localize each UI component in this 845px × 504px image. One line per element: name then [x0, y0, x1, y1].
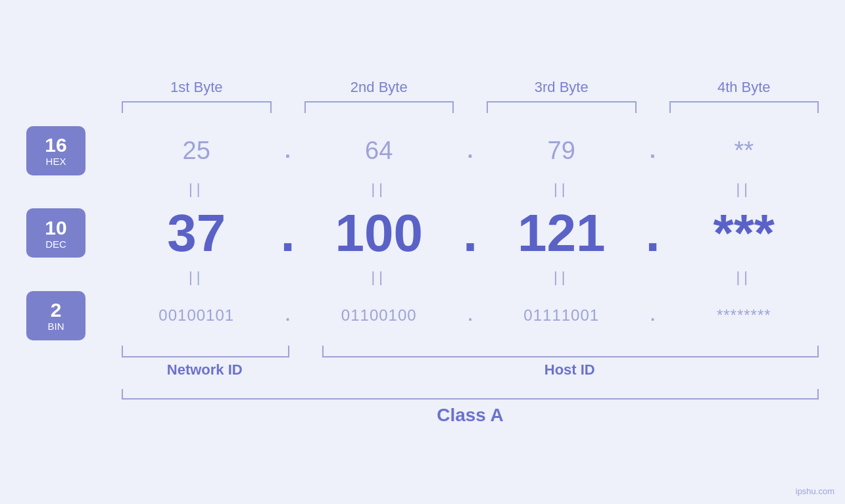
bin-dot1: .	[272, 306, 304, 325]
equals-row-2: || || || ||	[26, 269, 819, 286]
bin-base-label: BIN	[47, 321, 64, 332]
eq1-b2: ||	[304, 181, 454, 198]
hex-b1: 25	[122, 137, 272, 165]
byte2-header: 2nd Byte	[304, 79, 454, 96]
dec-base-number: 10	[45, 217, 66, 239]
hex-base-label: HEX	[46, 156, 66, 167]
dec-dot2: .	[454, 203, 487, 263]
bracket-byte3	[487, 101, 637, 113]
byte-headers: 1st Byte 2nd Byte 3rd Byte 4th Byte	[26, 79, 819, 96]
class-a-label: Class A	[437, 405, 504, 425]
eq1-b4: ||	[669, 181, 819, 198]
hex-b4: **	[669, 137, 819, 165]
byte1-header: 1st Byte	[122, 79, 272, 96]
class-bracket-line	[122, 389, 819, 400]
dec-dot1: .	[272, 203, 304, 263]
top-brackets	[26, 101, 819, 113]
bracket-byte2	[304, 101, 454, 113]
bin-b1: 00100101	[122, 306, 272, 325]
eq2-b4: ||	[669, 269, 819, 286]
equals-row-1: || || || ||	[26, 181, 819, 198]
host-bracket	[322, 346, 819, 357]
class-bracket-row	[26, 389, 819, 400]
dec-badge: 10 DEC	[26, 208, 85, 258]
eq2-b3: ||	[487, 269, 637, 286]
dec-base-label: DEC	[45, 239, 66, 250]
hex-badge: 16 HEX	[26, 126, 85, 175]
hex-dot1: .	[272, 139, 304, 163]
hex-b2: 64	[304, 137, 454, 165]
byte3-header: 3rd Byte	[487, 79, 637, 96]
dec-b2: 100	[304, 207, 454, 260]
dec-b3: 121	[487, 207, 637, 260]
hex-row: 16 HEX 25 . 64 . 79 . **	[26, 126, 819, 175]
dec-row: 10 DEC 37 . 100 . 121 . ***	[26, 203, 819, 263]
bracket-byte4	[669, 101, 819, 113]
hex-b3: 79	[487, 137, 637, 165]
bin-b4: ********	[669, 306, 819, 325]
class-label-row: Class A	[26, 405, 819, 426]
watermark: ipshu.com	[796, 486, 834, 496]
bracket-byte1	[122, 101, 272, 113]
byte4-header: 4th Byte	[669, 79, 819, 96]
dec-b1: 37	[122, 207, 272, 260]
eq1-b3: ||	[487, 181, 637, 198]
net-bracket	[122, 346, 289, 357]
eq2-b2: ||	[304, 269, 454, 286]
bin-dot2: .	[454, 306, 487, 325]
bin-b2: 01100100	[304, 306, 454, 325]
bottom-labels-row: Network ID Host ID	[26, 361, 819, 378]
bin-badge: 2 BIN	[26, 291, 85, 340]
bin-b3: 01111001	[487, 306, 637, 325]
bin-dot3: .	[637, 306, 669, 325]
eq1-b1: ||	[122, 181, 272, 198]
hex-dot2: .	[454, 139, 487, 163]
host-id-label: Host ID	[321, 361, 819, 378]
dec-b4: ***	[669, 207, 819, 260]
dec-dot3: .	[637, 203, 669, 263]
network-id-label: Network ID	[122, 361, 288, 378]
main-container: 1st Byte 2nd Byte 3rd Byte 4th Byte 16 H…	[0, 0, 845, 504]
bottom-brackets	[26, 346, 819, 357]
bin-row: 2 BIN 00100101 . 01100100 . 01111001 . *…	[26, 291, 819, 340]
bin-base-number: 2	[51, 299, 62, 321]
hex-dot3: .	[637, 139, 669, 163]
eq2-b1: ||	[122, 269, 272, 286]
hex-base-number: 16	[45, 134, 66, 156]
